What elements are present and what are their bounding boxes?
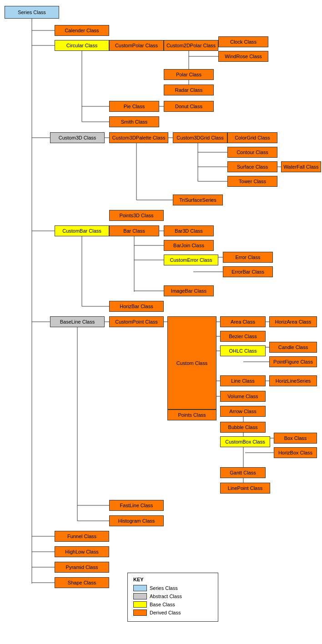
key-row-abstract: Abstract Class: [133, 593, 212, 599]
node-custom3dpalette[interactable]: Custom3DPalette Class: [109, 132, 168, 143]
node-custombar[interactable]: CustomBar Class: [55, 225, 109, 236]
node-imagebar[interactable]: ImageBar Class: [164, 285, 214, 296]
node-error[interactable]: Error Class: [223, 252, 273, 263]
node-custom[interactable]: Custom Class: [167, 316, 216, 409]
node-donut[interactable]: Donut Class: [164, 101, 214, 112]
key-swatch-derived: [133, 609, 147, 616]
key-row-base: Base Class: [133, 601, 212, 608]
node-barjoin[interactable]: BarJoin Class: [164, 240, 214, 251]
node-custombox[interactable]: CustomBox Class: [220, 436, 270, 447]
node-contour[interactable]: Contour Class: [227, 147, 277, 158]
node-baseline[interactable]: BaseLine Class: [50, 316, 105, 327]
connectors-svg: [0, 0, 322, 627]
node-shape[interactable]: Shape Class: [55, 577, 109, 588]
node-custom3dgrid[interactable]: Custom3DGrid Class: [173, 132, 227, 143]
key-label-series: Series Class: [150, 585, 178, 591]
node-calender[interactable]: Calender Class: [55, 25, 109, 36]
key-row-derived: Derived Class: [133, 609, 212, 616]
node-candle[interactable]: Candle Class: [269, 342, 317, 353]
node-custom2dpolar[interactable]: Custom2DPolar Class: [164, 40, 218, 51]
node-circular[interactable]: Circular Class: [55, 40, 109, 51]
key-box: KEY Series Class Abstract Class Base Cla…: [127, 573, 218, 622]
node-bar[interactable]: Bar Class: [109, 225, 159, 236]
node-pie[interactable]: Pie Class: [109, 101, 159, 112]
key-swatch-abstract: [133, 593, 147, 599]
key-row-series: Series Class: [133, 585, 212, 591]
node-gantt[interactable]: Gantt Class: [220, 467, 266, 478]
node-bar3d[interactable]: Bar3D Class: [164, 225, 214, 236]
node-fastline[interactable]: FastLine Class: [109, 500, 164, 511]
node-horizbox[interactable]: HorizBox Class: [274, 447, 317, 458]
node-bubble[interactable]: Bubble Class: [220, 422, 266, 433]
node-area[interactable]: Area Class: [220, 316, 266, 327]
node-arrow[interactable]: Arrow Class: [220, 406, 266, 417]
page-title: [91, 4, 322, 9]
node-errorbar[interactable]: ErrorBar Class: [223, 266, 273, 277]
node-windrose[interactable]: WindRose Class: [218, 51, 268, 62]
node-highlow[interactable]: HighLow Class: [55, 546, 109, 557]
node-radar[interactable]: Radar Class: [164, 85, 214, 95]
node-polar[interactable]: Polar Class: [164, 69, 214, 80]
node-custompoint[interactable]: CustomPoint Class: [109, 316, 164, 327]
node-custompolar[interactable]: CustomPolar Class: [109, 40, 164, 51]
node-colorgrid[interactable]: ColorGrid Class: [227, 132, 277, 143]
node-smith[interactable]: Smith Class: [109, 116, 159, 127]
node-points3d[interactable]: Points3D Class: [109, 210, 164, 221]
node-points[interactable]: Points Class: [167, 409, 216, 420]
node-volume[interactable]: Volume Class: [220, 391, 266, 402]
node-ohlc[interactable]: OHLC Class: [220, 345, 266, 356]
node-custom3d[interactable]: Custom3D Class: [50, 132, 105, 143]
key-swatch-base: [133, 601, 147, 608]
node-tower[interactable]: Tower Class: [227, 176, 277, 187]
node-linepoint[interactable]: LinePoint Class: [220, 483, 270, 494]
key-swatch-series: [133, 585, 147, 591]
node-surface[interactable]: Surface Class: [227, 161, 277, 172]
node-trisurface[interactable]: TriSurfaceSeries: [173, 195, 223, 205]
key-title: KEY: [133, 577, 212, 582]
node-horizlineseries[interactable]: HorizLineSeries: [269, 375, 317, 386]
node-pointfigure[interactable]: PointFigure Class: [269, 356, 317, 367]
node-line[interactable]: Line Class: [220, 375, 266, 386]
node-box[interactable]: Box Class: [274, 433, 317, 444]
node-pyramid[interactable]: Pyramid Class: [55, 562, 109, 573]
node-waterfall[interactable]: WaterFall Class: [281, 161, 321, 172]
key-label-abstract: Abstract Class: [150, 594, 182, 599]
key-label-derived: Derived Class: [150, 610, 181, 615]
node-series_class[interactable]: Series Class: [5, 6, 59, 19]
diagram: Series ClassCalender ClassCircular Class…: [0, 0, 322, 627]
node-customerror[interactable]: CustomError Class: [164, 255, 218, 265]
node-horizarea[interactable]: HorizArea Class: [269, 316, 317, 327]
key-label-base: Base Class: [150, 602, 175, 607]
node-bezier[interactable]: Bezier Class: [220, 331, 266, 342]
node-clock[interactable]: Clock Class: [218, 36, 268, 47]
node-funnel[interactable]: Funnel Class: [55, 531, 109, 542]
node-histogram[interactable]: Histogram Class: [109, 515, 164, 526]
node-horizbar[interactable]: HorizBar Class: [109, 301, 164, 312]
